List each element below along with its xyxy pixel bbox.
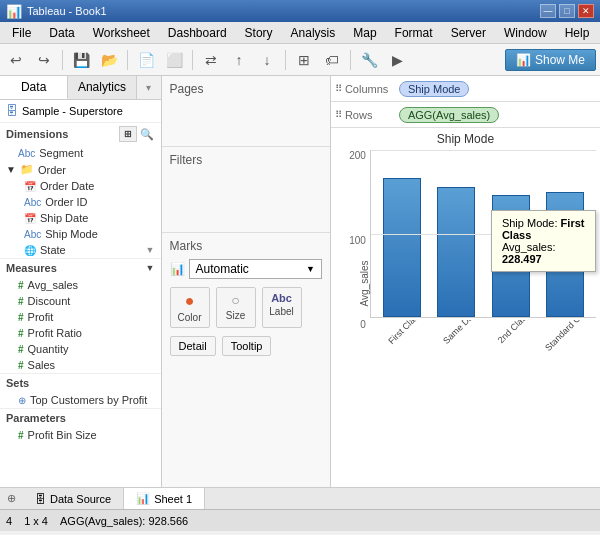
- menu-format[interactable]: Format: [387, 23, 441, 43]
- bar-first-class[interactable]: [383, 178, 421, 317]
- menu-server[interactable]: Server: [443, 23, 494, 43]
- toolbar-save[interactable]: 💾: [69, 48, 93, 72]
- menu-map[interactable]: Map: [345, 23, 384, 43]
- close-button[interactable]: ✕: [578, 4, 594, 18]
- field-quantity[interactable]: # Quantity: [0, 341, 161, 357]
- toolbar-sort-desc[interactable]: ↓: [255, 48, 279, 72]
- field-state[interactable]: 🌐 State ▼: [0, 242, 161, 258]
- columns-pill[interactable]: Ship Mode: [399, 81, 470, 97]
- menu-story[interactable]: Story: [237, 23, 281, 43]
- title-bar-controls: — □ ✕: [540, 4, 594, 18]
- field-segment[interactable]: Abc Segment: [0, 145, 161, 161]
- left-panel-scroll[interactable]: Dimensions ⊞ 🔍 Abc Segment ▼ 📁 Order 📅 O…: [0, 123, 161, 487]
- color-button[interactable]: ● Color: [170, 287, 210, 328]
- detail-button[interactable]: Detail: [170, 336, 216, 356]
- field-quantity-label: Quantity: [28, 343, 69, 355]
- menu-window[interactable]: Window: [496, 23, 555, 43]
- marks-section: Marks 📊 Automatic ▼ ● Color ○ Size Ab: [162, 233, 330, 362]
- marks-select[interactable]: Automatic ▼: [189, 259, 322, 279]
- filters-label: Filters: [170, 153, 322, 167]
- tooltip-button[interactable]: Tooltip: [222, 336, 272, 356]
- toolbar-undo[interactable]: ↩: [4, 48, 28, 72]
- tab-sheet-1[interactable]: 📊 Sheet 1: [124, 488, 205, 509]
- menu-file[interactable]: File: [4, 23, 39, 43]
- show-me-button[interactable]: 📊 Show Me: [505, 49, 596, 71]
- field-ship-mode[interactable]: Abc Ship Mode: [0, 226, 161, 242]
- x-label-2nd-class: 2nd Class: [487, 320, 534, 360]
- toolbar-fit[interactable]: ⊞: [292, 48, 316, 72]
- toolbar-new-sheet[interactable]: 📄: [134, 48, 158, 72]
- menu-analysis[interactable]: Analysis: [283, 23, 344, 43]
- field-order-group[interactable]: ▼ 📁 Order: [0, 161, 161, 178]
- toolbar-open[interactable]: 📂: [97, 48, 121, 72]
- toolbar-duplicate[interactable]: ⬜: [162, 48, 186, 72]
- marks-type-dropdown[interactable]: 📊 Automatic ▼: [170, 259, 322, 279]
- toolbar-sep-3: [192, 50, 193, 70]
- chart-tooltip: Ship Mode: First Class Avg_sales: 228.49…: [491, 210, 596, 272]
- menu-help[interactable]: Help: [557, 23, 598, 43]
- tab-data-source[interactable]: 🗄 Data Source: [23, 488, 124, 509]
- sheet1-tab-label: Sheet 1: [154, 493, 192, 505]
- dimensions-search-btn[interactable]: 🔍: [139, 126, 155, 142]
- show-me-icon: 📊: [516, 53, 531, 67]
- calendar-icon-2: 📅: [24, 213, 36, 224]
- field-ship-date[interactable]: 📅 Ship Date: [0, 210, 161, 226]
- toolbar-sort-asc[interactable]: ↑: [227, 48, 251, 72]
- rows-pill[interactable]: AGG(Avg_sales): [399, 107, 499, 123]
- field-top-customers[interactable]: ⊕ Top Customers by Profit: [0, 392, 161, 408]
- field-order-id-label: Order ID: [45, 196, 87, 208]
- detail-tooltip-row: Detail Tooltip: [170, 336, 322, 356]
- marks-buttons: ● Color ○ Size Abc Label: [170, 287, 322, 328]
- sets-header: Sets: [0, 373, 161, 392]
- toolbar-redo[interactable]: ↪: [32, 48, 56, 72]
- field-profit-bin-label: Profit Bin Size: [28, 429, 97, 441]
- panel-menu-icon[interactable]: ▾: [137, 76, 161, 99]
- toolbar-present[interactable]: ▶: [385, 48, 409, 72]
- marks-bar-icon: 📊: [170, 262, 185, 276]
- new-sheet-icon[interactable]: ⊕: [4, 492, 19, 505]
- hash-icon-6: #: [18, 360, 24, 371]
- field-ship-date-label: Ship Date: [40, 212, 88, 224]
- dimensions-label: Dimensions: [6, 128, 68, 140]
- minimize-button[interactable]: —: [540, 4, 556, 18]
- toolbar-swap[interactable]: ⇄: [199, 48, 223, 72]
- toolbar-sep-2: [127, 50, 128, 70]
- abc-icon-3: Abc: [24, 229, 41, 240]
- field-order-id[interactable]: Abc Order ID: [0, 194, 161, 210]
- measures-header: Measures ▼: [0, 258, 161, 277]
- data-source-name: Sample - Superstore: [22, 105, 123, 117]
- menu-worksheet[interactable]: Worksheet: [85, 23, 158, 43]
- tab-analytics[interactable]: Analytics: [68, 76, 136, 99]
- bottom-tabs: ⊕ 🗄 Data Source 📊 Sheet 1: [0, 487, 600, 509]
- menu-data[interactable]: Data: [41, 23, 82, 43]
- field-discount[interactable]: # Discount: [0, 293, 161, 309]
- tab-icons: ⊕: [0, 488, 23, 509]
- field-profit-ratio[interactable]: # Profit Ratio: [0, 325, 161, 341]
- expand-icon: ▼: [6, 164, 16, 175]
- field-order-date[interactable]: 📅 Order Date: [0, 178, 161, 194]
- field-profit-bin[interactable]: # Profit Bin Size: [0, 427, 161, 443]
- field-profit-ratio-label: Profit Ratio: [28, 327, 82, 339]
- field-avg-sales[interactable]: # Avg_sales: [0, 277, 161, 293]
- toolbar-fix[interactable]: 🔧: [357, 48, 381, 72]
- label-button[interactable]: Abc Label: [262, 287, 302, 328]
- columns-label: ⠿ Columns: [335, 83, 395, 95]
- tooltip-label-1: Ship Mode:: [502, 217, 558, 229]
- maximize-button[interactable]: □: [559, 4, 575, 18]
- field-profit[interactable]: # Profit: [0, 309, 161, 325]
- toolbar-label[interactable]: 🏷: [320, 48, 344, 72]
- x-axis-labels: First Class Same Day 2nd Class Standard …: [370, 320, 596, 360]
- dimensions-grid-btn[interactable]: ⊞: [119, 126, 137, 142]
- bar-same-day[interactable]: [437, 187, 475, 317]
- field-segment-label: Segment: [39, 147, 83, 159]
- chart-title: Ship Mode: [335, 132, 596, 146]
- measures-label: Measures: [6, 262, 57, 274]
- size-button[interactable]: ○ Size: [216, 287, 256, 328]
- toolbar-sep-5: [350, 50, 351, 70]
- database-icon: 🗄: [6, 104, 18, 118]
- tab-data[interactable]: Data: [0, 76, 68, 99]
- app-icon: 📊: [6, 4, 22, 19]
- menu-dashboard[interactable]: Dashboard: [160, 23, 235, 43]
- field-sales[interactable]: # Sales: [0, 357, 161, 373]
- filters-body: [170, 171, 322, 226]
